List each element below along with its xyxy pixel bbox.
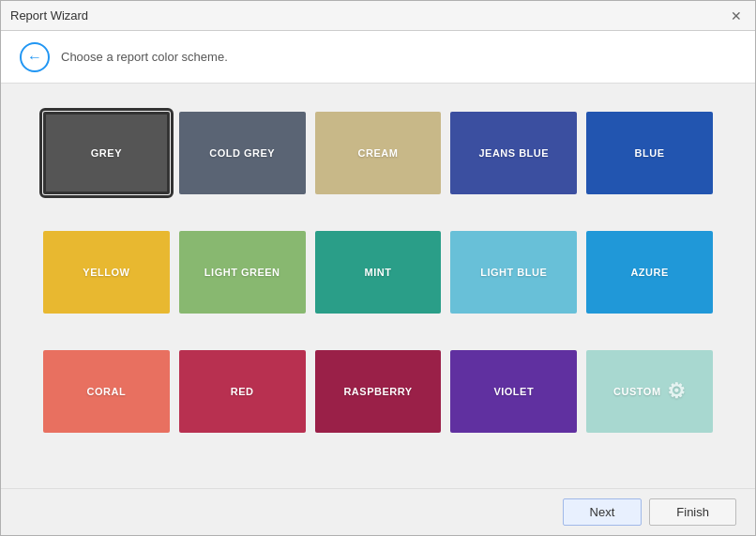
tile-label-jeans-blue: JEANS BLUE — [478, 147, 549, 159]
color-grid: GREYCOLD GREYCREAMJEANS BLUEBLUEYELLOWLI… — [43, 112, 713, 460]
close-button[interactable]: ✕ — [727, 9, 746, 23]
tile-label-light-blue: LIGHT BLUE — [480, 267, 547, 278]
back-icon: ← — [27, 49, 42, 66]
next-button[interactable]: Next — [563, 498, 643, 526]
color-scheme-content: GREYCOLD GREYCREAMJEANS BLUEBLUEYELLOWLI… — [1, 84, 755, 488]
title-bar: Report Wizard ✕ — [1, 1, 755, 31]
color-tile-light-blue[interactable]: LIGHT BLUE — [450, 231, 577, 314]
color-tile-violet[interactable]: VIOLET — [450, 350, 577, 433]
tile-label-blue: BLUE — [635, 147, 665, 159]
tile-label-red: RED — [231, 386, 254, 397]
tile-label-azure: AZURE — [630, 267, 668, 278]
tile-label-cold-grey: COLD GREY — [209, 147, 275, 159]
tile-label-custom: CUSTOM — [613, 386, 660, 397]
tile-label-grey: GREY — [91, 147, 122, 159]
finish-button[interactable]: Finish — [649, 498, 736, 526]
tile-label-light-green: LIGHT GREEN — [204, 267, 280, 278]
report-wizard-window: Report Wizard ✕ ← Choose a report color … — [0, 0, 756, 536]
color-tile-raspberry[interactable]: RASPBERRY — [315, 350, 442, 433]
color-tile-azure[interactable]: AZURE — [586, 231, 713, 314]
tile-label-yellow: YELLOW — [83, 267, 129, 278]
gear-icon: ⚙ — [667, 379, 687, 404]
header-instruction: Choose a report color scheme. — [61, 50, 228, 64]
color-tile-cream[interactable]: CREAM — [315, 112, 442, 194]
window-title: Report Wizard — [10, 8, 88, 23]
color-tile-cold-grey[interactable]: COLD GREY — [179, 112, 306, 194]
back-button[interactable]: ← — [20, 42, 50, 72]
color-tile-grey[interactable]: GREY — [43, 112, 170, 194]
wizard-footer: Next Finish — [1, 488, 755, 535]
color-tile-red[interactable]: RED — [179, 350, 306, 433]
color-tile-custom[interactable]: CUSTOM⚙ — [586, 350, 713, 433]
wizard-header: ← Choose a report color scheme. — [1, 31, 755, 84]
color-tile-coral[interactable]: CORAL — [43, 350, 170, 433]
color-tile-light-green[interactable]: LIGHT GREEN — [179, 231, 306, 314]
tile-label-violet: VIOLET — [493, 386, 534, 397]
tile-label-raspberry: RASPBERRY — [343, 386, 412, 397]
tile-label-mint: MINT — [365, 267, 392, 278]
color-tile-jeans-blue[interactable]: JEANS BLUE — [450, 112, 577, 194]
tile-label-coral: CORAL — [87, 386, 127, 397]
color-tile-blue[interactable]: BLUE — [586, 112, 713, 194]
color-tile-yellow[interactable]: YELLOW — [43, 231, 170, 314]
tile-label-cream: CREAM — [358, 147, 399, 159]
color-tile-mint[interactable]: MINT — [315, 231, 442, 314]
